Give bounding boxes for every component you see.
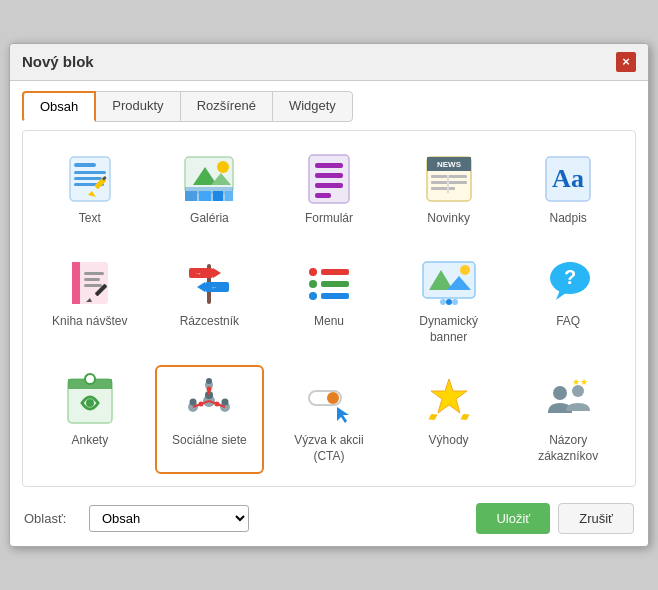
icon-item-dynbanner[interactable]: Dynamický banner <box>394 246 504 355</box>
cta-label: Výzva k akcii (CTA) <box>280 433 378 464</box>
svg-point-49 <box>309 292 317 300</box>
dynbanner-label: Dynamický banner <box>400 314 498 345</box>
icon-item-socialne[interactable]: Sociálne siete <box>155 365 265 474</box>
socialne-label: Sociálne siete <box>172 433 247 449</box>
dialog-title: Nový blok <box>22 53 94 70</box>
dialog-header: Nový blok × <box>10 44 648 81</box>
svg-rect-33 <box>84 272 104 275</box>
svg-point-12 <box>217 161 229 173</box>
formular-label: Formulár <box>305 211 353 227</box>
icon-item-galeria[interactable]: Galéria <box>155 143 265 237</box>
svg-text:?: ? <box>564 266 576 288</box>
svg-marker-82 <box>431 379 467 413</box>
svg-text:→: → <box>195 270 202 277</box>
tab-obsah[interactable]: Obsah <box>22 91 96 122</box>
icon-item-nazory[interactable]: ★★ Názory zákazníkov <box>513 365 623 474</box>
tab-rozsirene[interactable]: Rozšírené <box>180 91 273 122</box>
svg-marker-40 <box>213 268 221 278</box>
svg-point-87 <box>553 386 567 400</box>
text-icon <box>64 153 116 205</box>
text-label: Text <box>79 211 101 227</box>
svg-rect-32 <box>72 262 80 304</box>
svg-rect-20 <box>315 183 343 188</box>
icon-item-vyhody[interactable]: Výhody <box>394 365 504 474</box>
oblast-select[interactable]: Obsah Sidebar Footer <box>89 505 249 532</box>
svg-text:Aa: Aa <box>552 164 584 193</box>
svg-rect-28 <box>447 175 449 193</box>
razcestnik-icon: → ← <box>183 256 235 308</box>
svg-rect-1 <box>74 163 96 167</box>
icon-item-faq[interactable]: ? FAQ <box>513 246 623 355</box>
footer-buttons: Uložiť Zrušiť <box>476 503 634 534</box>
menu-icon <box>303 256 355 308</box>
svg-point-56 <box>446 299 452 305</box>
cancel-button[interactable]: Zrušiť <box>558 503 634 534</box>
novinky-label: Novinky <box>427 211 470 227</box>
dialog: Nový blok × Obsah Produkty Rozšírené Wid… <box>9 43 649 548</box>
icon-item-kniha[interactable]: Kniha návštev <box>35 246 145 355</box>
nadpis-icon: Aa <box>542 153 594 205</box>
kniha-label: Kniha návštev <box>52 314 127 330</box>
svg-point-63 <box>85 374 95 384</box>
svg-point-57 <box>452 299 458 305</box>
icon-item-cta[interactable]: Výzva k akcii (CTA) <box>274 365 384 474</box>
svg-rect-21 <box>315 193 331 198</box>
icon-item-nadpis[interactable]: Aa Nadpis <box>513 143 623 237</box>
svg-point-68 <box>190 399 197 406</box>
svg-text:←: ← <box>211 284 218 291</box>
formular-icon <box>303 153 355 205</box>
svg-point-55 <box>440 299 446 305</box>
svg-point-78 <box>207 387 212 392</box>
svg-point-76 <box>199 402 204 407</box>
svg-point-80 <box>327 392 339 404</box>
icon-item-novinky[interactable]: NEWS Novinky <box>394 143 504 237</box>
svg-rect-14 <box>199 191 211 201</box>
ankety-icon <box>64 375 116 427</box>
faq-icon: ? <box>542 256 594 308</box>
svg-point-72 <box>206 378 212 384</box>
icon-item-menu[interactable]: Menu <box>274 246 384 355</box>
kniha-icon <box>64 256 116 308</box>
svg-point-47 <box>309 280 317 288</box>
icon-item-text[interactable]: Text <box>35 143 145 237</box>
icon-item-razcestnik[interactable]: → ← Rázcestník <box>155 246 265 355</box>
tab-widgety[interactable]: Widgety <box>272 91 353 122</box>
svg-rect-2 <box>74 171 106 174</box>
icon-item-formular[interactable]: Formulár <box>274 143 384 237</box>
svg-point-70 <box>222 399 229 406</box>
tab-produkty[interactable]: Produkty <box>95 91 180 122</box>
cta-icon <box>303 375 355 427</box>
save-button[interactable]: Uložiť <box>476 503 550 534</box>
ankety-label: Ankety <box>71 433 108 449</box>
svg-point-45 <box>309 268 317 276</box>
svg-rect-19 <box>315 173 343 178</box>
svg-rect-27 <box>431 187 455 190</box>
faq-label: FAQ <box>556 314 580 330</box>
razcestnik-label: Rázcestník <box>180 314 239 330</box>
svg-rect-35 <box>84 284 102 287</box>
vyhody-icon <box>423 375 475 427</box>
content-area: Text <box>22 130 636 488</box>
svg-rect-34 <box>84 278 100 281</box>
svg-point-64 <box>86 399 94 407</box>
vyhody-label: Výhody <box>429 433 469 449</box>
svg-rect-15 <box>213 191 223 201</box>
svg-marker-81 <box>337 407 349 423</box>
svg-rect-13 <box>185 191 197 201</box>
nazory-icon: ★★ <box>542 375 594 427</box>
nadpis-label: Nadpis <box>550 211 587 227</box>
icon-item-ankety[interactable]: Ankety <box>35 365 145 474</box>
dynbanner-icon <box>423 256 475 308</box>
novinky-icon: NEWS <box>423 153 475 205</box>
close-button[interactable]: × <box>616 52 636 72</box>
svg-marker-42 <box>197 282 205 292</box>
svg-point-77 <box>215 402 220 407</box>
svg-rect-16 <box>225 191 233 201</box>
svg-text:★★: ★★ <box>572 377 588 387</box>
svg-rect-46 <box>321 269 349 275</box>
socialne-icon <box>183 375 235 427</box>
oblast-label: Oblasť: <box>24 511 79 526</box>
galeria-label: Galéria <box>190 211 229 227</box>
svg-rect-50 <box>321 293 349 299</box>
svg-rect-18 <box>315 163 343 168</box>
